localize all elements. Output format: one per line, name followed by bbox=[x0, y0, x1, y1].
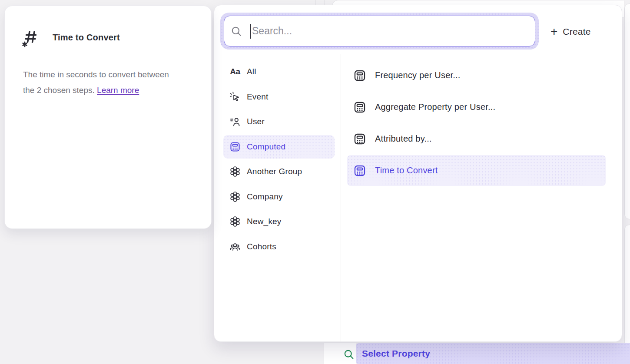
group-icon bbox=[229, 166, 241, 177]
search-field[interactable] bbox=[224, 16, 535, 46]
category-label: Company bbox=[247, 192, 283, 202]
calculator-icon bbox=[353, 69, 366, 82]
category-event[interactable]: Event bbox=[223, 85, 335, 109]
select-property-label: Select Property bbox=[362, 348, 430, 359]
result-time-to-convert[interactable]: Time to Convert bbox=[347, 155, 606, 186]
hash-star-icon bbox=[21, 28, 40, 49]
category-label: Event bbox=[247, 92, 269, 102]
category-new-key[interactable]: New_key bbox=[223, 210, 335, 233]
category-list: Aa All Event User Computed Another Group… bbox=[223, 60, 335, 260]
group-icon bbox=[229, 216, 241, 227]
category-label: New_key bbox=[247, 217, 282, 226]
select-property-field[interactable]: Select Property bbox=[356, 343, 630, 364]
category-label: Another Group bbox=[247, 167, 302, 176]
text-aa-icon: Aa bbox=[230, 67, 240, 76]
result-label: Aggregate Property per User... bbox=[375, 102, 495, 112]
background-panel bbox=[624, 3, 630, 219]
property-picker-panel: + Create Aa All Event User Computed Anot… bbox=[214, 5, 622, 342]
cursor-click-icon bbox=[229, 91, 241, 103]
category-all[interactable]: Aa All bbox=[223, 60, 335, 83]
screen: Select Property Time to Convert The time… bbox=[0, 0, 630, 364]
category-computed[interactable]: Computed bbox=[223, 135, 335, 159]
result-aggregate-property-per-user-[interactable]: Aggregate Property per User... bbox=[347, 92, 606, 122]
category-company[interactable]: Company bbox=[223, 185, 335, 208]
category-another-group[interactable]: Another Group bbox=[223, 160, 335, 183]
calculator-icon bbox=[353, 164, 366, 177]
category-label: Cohorts bbox=[247, 242, 276, 251]
category-label: Computed bbox=[247, 142, 285, 152]
category-user[interactable]: User bbox=[223, 110, 335, 133]
result-frequency-per-user-[interactable]: Frequency per User... bbox=[347, 60, 606, 91]
category-label: User bbox=[247, 117, 265, 126]
results-list: Frequency per User... Aggregate Property… bbox=[347, 60, 606, 187]
background-panel-edge bbox=[333, 343, 333, 364]
search-input[interactable] bbox=[251, 23, 535, 40]
tooltip-card: Time to Convert The time in seconds to c… bbox=[4, 6, 212, 229]
tooltip-title: Time to Convert bbox=[53, 33, 120, 43]
cohorts-icon bbox=[229, 241, 241, 252]
search-icon bbox=[231, 26, 242, 37]
calculator-icon bbox=[229, 141, 241, 152]
result-attributed-by-[interactable]: Attributed by... bbox=[347, 123, 606, 154]
tooltip-description: The time in seconds to convert between t… bbox=[23, 67, 197, 98]
calculator-icon bbox=[353, 132, 366, 146]
group-icon bbox=[229, 191, 241, 202]
result-label: Time to Convert bbox=[375, 165, 438, 175]
result-label: Attributed by... bbox=[375, 134, 432, 144]
search-focus-ring bbox=[220, 13, 539, 50]
user-icon bbox=[229, 116, 241, 127]
category-cohorts[interactable]: Cohorts bbox=[223, 235, 335, 258]
plus-icon: + bbox=[550, 26, 557, 38]
create-button[interactable]: + Create bbox=[547, 20, 612, 44]
calculator-icon bbox=[353, 101, 366, 114]
category-label: All bbox=[247, 67, 256, 76]
search-icon bbox=[343, 349, 355, 360]
learn-more-link[interactable]: Learn more bbox=[97, 86, 139, 95]
result-label: Frequency per User... bbox=[375, 70, 461, 80]
category-list-divider bbox=[341, 54, 341, 342]
